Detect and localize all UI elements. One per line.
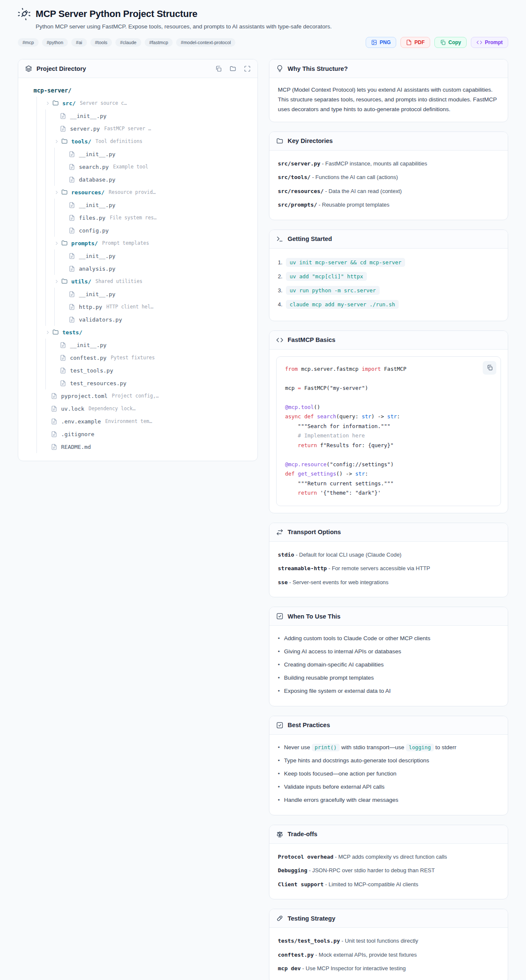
code-line [285,374,492,384]
tree-guide-line [36,135,45,148]
step-number: 1. [278,259,283,266]
bullet-marker: • [278,743,280,752]
card-header: FastMCP Basics [269,331,508,350]
copy-code-button[interactable] [483,361,496,375]
fullscreen-button[interactable] [244,65,251,72]
tree-guide-line [36,377,45,389]
code-card-body: from mcp.server.fastmcp import FastMCP m… [269,350,508,513]
tree-guide-line [45,351,54,364]
tree-guide-line [36,351,45,364]
bullet-item: •Handle errors gracefully with clear mes… [278,796,499,805]
tree-row[interactable]: prompts/Prompt templates [18,237,252,249]
tree-row[interactable]: conftest.pyPytest fixtures [18,351,252,364]
folder-view-button[interactable] [229,65,236,72]
bullet-segment: to stderr [434,744,456,750]
tag-pill[interactable]: #python [42,38,68,47]
code-line: mcp = FastMCP("my-server") [285,384,492,393]
root-folder-name: mcp-server/ [34,87,71,94]
tag-pill[interactable]: #ai [71,38,87,47]
tree-guide-line [36,262,45,275]
tree-row[interactable]: validators.py [18,313,252,326]
term-desc: - Unit test tool functions directly [340,938,418,944]
tree-row[interactable]: database.py [18,173,252,186]
tree-comment: Environment tem… [105,418,152,424]
export-pdf-button[interactable]: PDF [400,37,430,48]
term-name: src/tools/ [278,174,311,180]
tree-guide-line [36,186,45,199]
tree-row[interactable]: analysis.py [18,262,252,275]
code-token: import [362,366,384,372]
tree-row[interactable]: server.pyFastMCP server … [18,122,252,135]
tree-comment: Project config,… [112,393,159,399]
tag-pill[interactable]: #mcp [18,38,39,47]
tree-row[interactable]: uv.lockDependency lock… [18,402,252,415]
tree-guide-line [45,109,54,122]
file-name: conftest.py [70,355,106,361]
export-copy-label: Copy [448,39,461,45]
tree-row[interactable]: .env.exampleEnvironment tem… [18,415,252,428]
tree-row[interactable]: README.md [18,440,252,453]
tree-row[interactable]: __init__.py [18,339,252,351]
bullet-marker: • [278,783,280,791]
code-token [285,490,298,496]
tree-row[interactable]: resources/Resource provid… [18,186,252,199]
tag-pill[interactable]: #model-context-protocol [176,38,235,47]
folder-name: tests/ [62,329,82,336]
tree-row[interactable]: __init__.py [18,288,252,300]
export-copy-button[interactable]: Copy [434,37,467,48]
bullet-text: Exposing file system or external data to… [284,687,391,696]
tree-guide-line [45,237,54,249]
command-chip: uv run python -m src.server [286,286,380,295]
step-number: 2. [278,273,283,280]
tree-row[interactable]: http.pyHTTP client hel… [18,300,252,313]
tree-row[interactable]: __init__.py [18,109,252,122]
tree-row[interactable]: search.pyExample tool [18,160,252,173]
tree-row[interactable]: test_resources.py [18,377,252,389]
tag-pill[interactable]: #claude [115,38,141,47]
tree-row[interactable]: utils/Shared utilities [18,275,252,288]
code-line: """Return current settings.""" [285,479,492,489]
tree-row[interactable]: files.pyFile system res… [18,211,252,224]
tree-row[interactable]: tools/Tool definitions [18,135,252,148]
term-name: streamable-http [278,565,327,571]
steps-list: 1.uv init mcp-server && cd mcp-server2.u… [269,249,508,321]
card-header: Transport Options [269,523,508,542]
tree-row[interactable]: __init__.py [18,249,252,262]
tree-row[interactable]: .gitignore [18,428,252,440]
tag-pill[interactable]: #tools [90,38,112,47]
tag-pill[interactable]: #fastmcp [145,38,173,47]
tree-row[interactable]: tests/ [18,326,252,339]
code-line: @mcp.tool() [285,403,492,412]
card-why-this-structure: Why This Structure?MCP (Model Context Pr… [269,59,508,122]
export-pdf-label: PDF [414,39,425,45]
code-token [285,423,298,429]
tree-row[interactable]: __init__.py [18,148,252,160]
bullet-segment: Keep tools focused—one action per functi… [284,770,397,777]
tree-comment: HTTP client hel… [106,304,154,310]
tree-row[interactable]: src/Server source c… [18,97,252,109]
tree-comment: Resource provid… [109,189,156,195]
file-name: .gitignore [61,431,94,437]
step-item: 4.claude mcp add my-server ./run.sh [278,300,499,309]
export-prompt-button[interactable]: Prompt [471,37,508,48]
export-png-button[interactable]: PNG [366,37,396,48]
bullet-list: •Adding custom tools to Claude Code or o… [269,626,508,706]
tree-row[interactable]: pyproject.tomlProject config,… [18,389,252,402]
tree-row[interactable]: test_tools.py [18,364,252,377]
code-line: # Implementation here [285,431,492,441]
code-line: from mcp.server.fastmcp import FastMCP [285,364,492,374]
file-name: README.md [61,444,91,450]
file-name: __init__.py [70,342,106,348]
bullet-item: •Type hints and docstrings auto-generate… [278,756,499,765]
tree-guide-line [54,160,63,173]
tree-guide-line [36,364,45,377]
copy-tree-button[interactable] [215,65,222,72]
term-name: src/prompts/ [278,202,317,208]
tree-row[interactable]: __init__.py [18,199,252,211]
tree-row[interactable]: config.py [18,224,252,237]
tree-guide-line [36,339,45,351]
card-key-directories: Key Directoriessrc/server.py - FastMCP i… [269,132,508,220]
file-name: test_resources.py [70,380,126,386]
bullet-marker: • [278,674,280,682]
tree-guide-line [45,199,54,211]
